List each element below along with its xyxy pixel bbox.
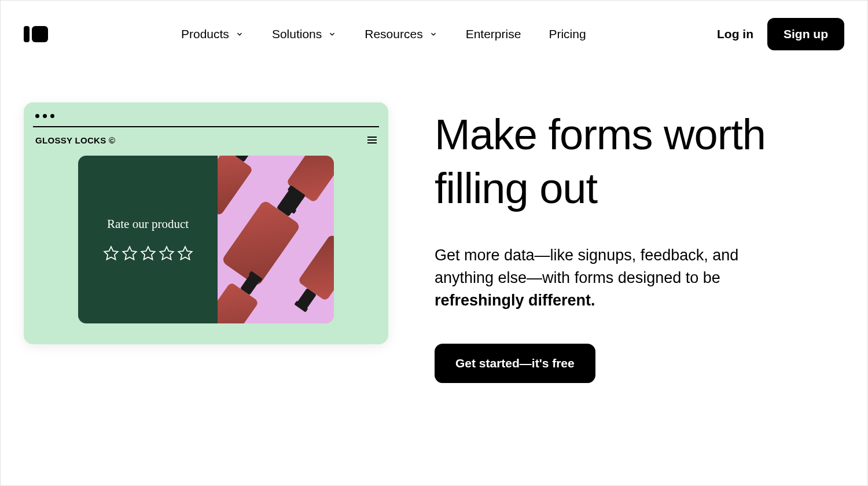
star-icon [140, 245, 156, 262]
svg-marker-0 [104, 246, 117, 259]
rate-label: Rate our product [107, 217, 189, 231]
main-nav: Products Solutions Resources Enterprise … [181, 27, 688, 41]
auth-section: Log in Sign up [717, 18, 844, 50]
header: Products Solutions Resources Enterprise … [1, 1, 867, 68]
login-link[interactable]: Log in [717, 27, 753, 41]
logo[interactable] [24, 26, 48, 42]
nav-pricing-label: Pricing [549, 27, 586, 41]
divider [33, 126, 379, 127]
star-icon [122, 245, 138, 262]
svg-marker-3 [160, 246, 173, 259]
nav-enterprise-label: Enterprise [466, 27, 521, 41]
nav-resources[interactable]: Resources [365, 27, 437, 41]
nav-solutions[interactable]: Solutions [272, 27, 337, 41]
mockup-card: Rate our product [78, 156, 334, 323]
star-rating [103, 245, 193, 262]
nav-enterprise[interactable]: Enterprise [466, 27, 521, 41]
logo-bar-icon [24, 26, 30, 42]
chevron-down-icon [328, 30, 337, 39]
form-mockup: GLOSSY LOCKS © Rate our product [24, 102, 388, 344]
mockup-header: GLOSSY LOCKS © [33, 135, 379, 156]
svg-marker-1 [123, 246, 136, 259]
hamburger-icon [367, 137, 377, 143]
mockup-brand-label: GLOSSY LOCKS © [35, 135, 115, 145]
cta-button[interactable]: Get started—it's free [435, 344, 595, 383]
chevron-down-icon [429, 30, 438, 39]
hero-content: Make forms worth filling out Get more da… [435, 102, 844, 383]
mockup-card-left: Rate our product [78, 156, 218, 323]
nav-products-label: Products [181, 27, 229, 41]
hero-subtitle-bold: refreshingly different. [435, 292, 595, 309]
signup-button[interactable]: Sign up [767, 18, 844, 50]
hero-subtitle-pre: Get more data—like signups, feedback, an… [435, 246, 738, 286]
svg-marker-4 [178, 246, 192, 259]
window-dots-icon [33, 112, 379, 126]
hero-mockup-container: GLOSSY LOCKS © Rate our product [24, 102, 388, 344]
star-icon [159, 245, 175, 262]
logo-square-icon [32, 26, 48, 42]
mockup-product-image [218, 156, 334, 323]
hero-section: GLOSSY LOCKS © Rate our product [1, 68, 867, 418]
hero-title: Make forms worth filling out [435, 108, 844, 215]
nav-resources-label: Resources [365, 27, 422, 41]
svg-marker-2 [141, 246, 155, 259]
nav-solutions-label: Solutions [272, 27, 322, 41]
hero-subtitle: Get more data—like signups, feedback, an… [435, 244, 764, 312]
chevron-down-icon [235, 30, 244, 39]
star-icon [103, 245, 119, 262]
nav-pricing[interactable]: Pricing [549, 27, 586, 41]
nav-products[interactable]: Products [181, 27, 244, 41]
star-icon [177, 245, 193, 262]
